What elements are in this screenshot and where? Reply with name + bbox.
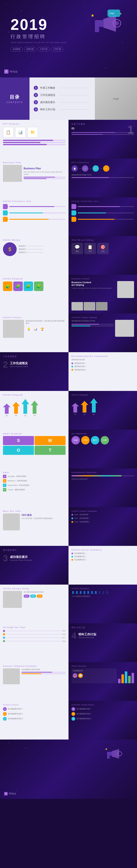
person-6: 👤 xyxy=(90,591,94,594)
cs-item-3: 职业摘要内容三 xyxy=(72,559,134,561)
ds-text: 设计研究内容说明文字展示 设计 研究 分析 xyxy=(24,591,65,608)
biz-img-3 xyxy=(96,302,107,310)
tt-2016: 2016 xyxy=(62,633,65,636)
swot-text-label: Swot xyxy=(3,471,65,473)
swot-w: W xyxy=(35,436,65,445)
row-money-helping: XXXXX Money $ 数据项目一 ───────────── 数据项目二 … xyxy=(0,236,137,275)
tt-2017: 2017 xyxy=(62,637,65,639)
rec-items: 推荐项目内容一 推荐项目内容二 推荐项目内容三 xyxy=(72,362,134,371)
tf-l-text-3: 旅行数据事实内容三 xyxy=(8,717,23,720)
slide-project: XXXXX Project 项目描述内容详情说明，包含项目的主要内容和成果展示。… xyxy=(0,313,68,352)
ft-light-label: XXXXX Flowchart text xyxy=(3,200,65,203)
tt-2018: 2018 xyxy=(62,640,65,642)
ds-label: XXXXX Design Study xyxy=(3,588,65,590)
money-items: 数据项目一 ───────────── 数据项目二 ───────────── … xyxy=(19,245,65,254)
slide-year-overview: 年度工作概述 01 1 xyxy=(68,120,137,158)
work2-content: 2 工作完成情况 Work Completion Status xyxy=(3,360,65,370)
work4-content: 4 明年工作计划 Next Year Work Plan xyxy=(72,631,134,641)
contents-item-4: 4 明年工作计划 xyxy=(34,107,91,112)
slide-project3-section: 成功项目展示 3 成功项目展示 Successful Project Showc… xyxy=(0,546,68,585)
money-item-1: 数据项目一 ───────────── xyxy=(19,245,65,247)
flow-step-3: ⚙️ xyxy=(93,165,99,172)
work4-num: 4 xyxy=(72,631,76,641)
cs-item-2: 职业摘要内容二 xyxy=(72,555,134,558)
ds-desc: 设计研究内容说明文字展示 xyxy=(24,591,65,593)
mockup-bars xyxy=(72,324,114,327)
svg-rect-9 xyxy=(107,755,109,758)
row-arrows: XXXXX Diagram 01 02 03 04 XXXXX Diagram xyxy=(0,391,137,430)
biz-text: Business Plan Plan description text for … xyxy=(24,167,65,180)
rec-content: 推荐框架内容说明 推荐项目内容一 推荐项目内容二 推荐项目内容三 xyxy=(72,359,134,371)
swot-s-text: Strengths - 优势内容描述 xyxy=(8,475,26,477)
slide-through-time: Through the Time 2015 2016 2017 2018 xyxy=(0,623,68,662)
row-project: XXXXX Project 项目描述内容详情说明，包含项目的主要内容和成果展示。… xyxy=(0,313,137,352)
ds-content: 设计研究内容说明文字展示 设计 研究 分析 xyxy=(3,591,65,608)
slide-swot: SWOT Diagram S W O T xyxy=(0,430,68,468)
person-10: 👤 xyxy=(105,591,109,594)
slide-flowchart: PPT Flowchart 📋 → 🛒 → ⚙️ → ✓ 流程说明内容详情如下所… xyxy=(68,158,137,197)
swot-w-text: Weakness - 劣势内容描述 xyxy=(8,479,27,482)
slide-work2-section: 工作完成情况 2 工作完成情况 Work Completion Status xyxy=(0,352,68,391)
flow-step-4: ✓ xyxy=(103,165,109,172)
flow-desc: 流程说明内容详情如下所示 xyxy=(72,174,134,178)
tf-dark-content: 1 旅行数据事实内容一 2 旅行数据事实内容二 3 旅行数据事实内容三 xyxy=(72,707,134,721)
ds-img xyxy=(3,591,22,608)
row-ceo-career: Meet Our CEO CEO 姓名 CEO 简介内容，职业背景和主要成就展示… xyxy=(0,507,137,546)
ds-tag-2: 研究 xyxy=(30,594,36,598)
share-icon-2: 📊 xyxy=(78,673,83,678)
biz-content-text: Business Contentare Helping Content desc… xyxy=(72,281,116,301)
proj3-num: 3 xyxy=(3,553,8,563)
row-business-flow: Business Plan Business Plan Plan descrip… xyxy=(0,158,137,197)
person-5: 👤 xyxy=(87,591,90,594)
arrow-d-1: 01 xyxy=(72,403,79,415)
slide-flowchart-text-light: XXXXX Flowchart text xyxy=(0,197,68,236)
slide-puzzle: XXXXX Diagram 🧩 🧩 🧩 🧩 xyxy=(0,275,68,313)
biz-bars xyxy=(24,177,65,179)
arrow-d-2: 02 xyxy=(81,401,88,415)
at-content: 分析师模板示例内容说明 xyxy=(3,669,65,684)
bar-1 xyxy=(118,679,121,683)
biz-img-1 xyxy=(72,302,83,310)
share-text: 分享模型内容 📤 📊 xyxy=(72,669,117,683)
tf-d-dot-2: 2 xyxy=(72,712,75,716)
ppt-diagram-icons: 📋 📊 📁 xyxy=(3,127,65,137)
tt-content: 2015 2016 2017 2018 xyxy=(3,630,65,642)
career-label: XXXXX Career Summary xyxy=(72,510,134,512)
help-icon-3: 🎯 目标 xyxy=(97,243,109,254)
swot-o: O xyxy=(3,446,34,455)
share-chart xyxy=(118,669,134,683)
career-item-1: 2015 - 职业里程碑一 xyxy=(72,514,134,516)
devobj-desc: 发展目标完成情况统计 xyxy=(72,478,134,480)
flow-step-2: 🛒 xyxy=(82,165,88,172)
swot-s: S xyxy=(3,436,34,445)
stats-people: 👤 👤 👤 👤 👤 👤 👤 👤 👤 👤 70% 完成率统计数据展示 xyxy=(72,591,134,597)
slide-flowchart-text-dark: XXXXX Flowchart text xyxy=(68,197,137,236)
devobj-label: Development Objectives xyxy=(72,471,134,473)
at-label: Analyst Template Example xyxy=(3,665,65,667)
bar-4 xyxy=(128,676,131,683)
proj-icon-1: 💡 xyxy=(26,326,32,332)
work4-text: 明年工作计划 Next Year Work Plan xyxy=(79,633,96,639)
obj-label: Our Objectives xyxy=(72,433,134,435)
career-item-3-text: 2019 - 职业里程碑三 xyxy=(75,521,90,523)
arrow-d-3: 03 xyxy=(90,398,98,415)
slide-arrows-light: XXXXX Diagram 01 02 03 04 xyxy=(0,391,68,430)
slide-career: XXXXX Career Summary 2015 - 职业里程碑一 2017 … xyxy=(68,507,137,546)
flow-arrow-3: → xyxy=(99,167,102,170)
contents-subtitle: CONTENTS xyxy=(6,101,23,103)
slide-travel-facts-light: Travel Facts 1 旅行数据事实内容一 2 旅行数据事实内容二 3 旅… xyxy=(0,701,68,740)
tf-d-text-2: 旅行数据事实内容二 xyxy=(77,713,92,715)
cs-item-2-text: 职业摘要内容二 xyxy=(75,555,86,558)
mockup-content: 项目模型展示内容说明文字详情。 xyxy=(72,320,134,337)
rec-item-3-text: 推荐项目内容三 xyxy=(75,369,86,371)
share-content: 分享模型内容 📤 📊 xyxy=(72,669,134,683)
ft-dark-items xyxy=(72,204,134,222)
rec-item-2: 推荐项目内容二 xyxy=(72,365,134,368)
bar-3 xyxy=(125,671,127,683)
work4-label: 明年工作计划 xyxy=(72,626,134,629)
tt-2015: 2015 xyxy=(62,630,65,632)
tag-1: 总结报告 xyxy=(10,47,23,52)
year-overview-items xyxy=(72,132,134,135)
cs-item-3-text: 职业摘要内容三 xyxy=(75,559,86,561)
end-megaphone: ★ xyxy=(103,746,124,766)
